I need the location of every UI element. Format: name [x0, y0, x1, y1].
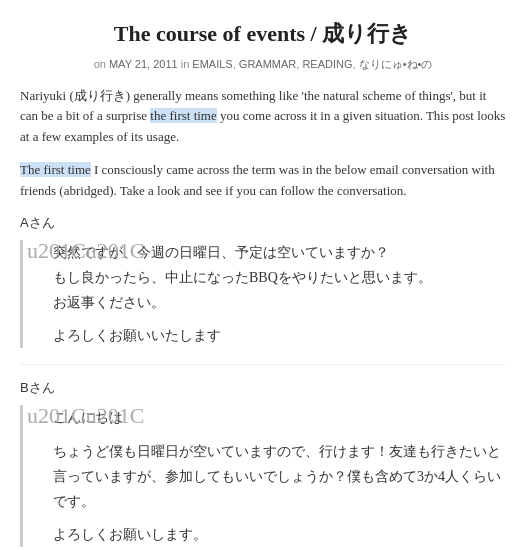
second-paragraph: The first time I consciously came across… [20, 160, 506, 202]
speaker-a-section: Aさん 突然ですが、今週の日曜日、予定は空いていますか？ もし良かったら、中止に… [20, 214, 506, 349]
speaker-a-line-1: 突然ですが、今週の日曜日、予定は空いていますか？ もし良かったら、中止になったB… [53, 240, 506, 316]
meta-date-link[interactable]: MAY 21, 2011 [109, 58, 178, 70]
post-meta: on MAY 21, 2011 in EMAILS, GRAMMAR, READ… [20, 57, 506, 72]
meta-category-nariyuki[interactable]: なりにゅ•ね•の [359, 58, 433, 70]
intro-paragraph: Nariyuki (成り行き) generally means somethin… [20, 86, 506, 148]
section-divider [20, 364, 506, 365]
post-body: Nariyuki (成り行き) generally means somethin… [20, 86, 506, 548]
speaker-a-line-2: よろしくお願いいたします [53, 323, 506, 348]
speaker-b-line-2: ちょうど僕も日曜日が空いていますので、行けます！友達も行きたいと言っていますが、… [53, 439, 506, 515]
quote-block-a: 突然ですが、今週の日曜日、予定は空いていますか？ もし良かったら、中止になったB… [20, 240, 506, 349]
speaker-b-line-1: こんにちは [53, 405, 506, 430]
meta-category-grammar[interactable]: GRAMMAR [239, 58, 296, 70]
speaker-b-line-3: よろしくお願いします。 [53, 522, 506, 547]
meta-category-reading[interactable]: READING [302, 58, 352, 70]
speaker-a-label: Aさん [20, 214, 506, 232]
quote-block-b: こんにちは ちょうど僕も日曜日が空いていますので、行けます！友達も行きたいと言っ… [20, 405, 506, 547]
meta-category-emails[interactable]: EMAILS [192, 58, 232, 70]
highlight-second-firsttime: The first time [20, 162, 91, 177]
speaker-b-label: Bさん [20, 379, 506, 397]
meta-in-label: in [181, 58, 193, 70]
speaker-b-section: Bさん こんにちは ちょうど僕も日曜日が空いていますので、行けます！友達も行きた… [20, 379, 506, 547]
highlight-first-time: the first time [150, 108, 216, 123]
meta-on-label: on [94, 58, 106, 70]
page-title: The course of events / 成り行き [20, 20, 506, 49]
